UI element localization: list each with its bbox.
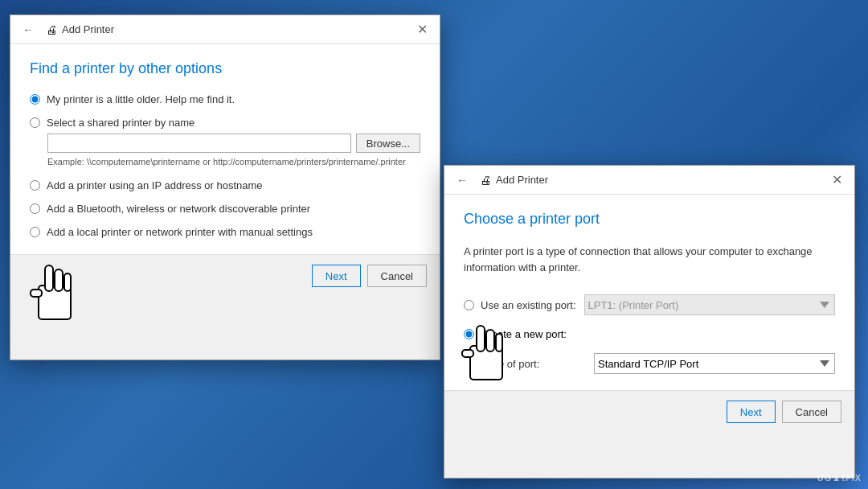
dialog1-titlebar: ← 🖨 Add Printer ✕ <box>10 15 440 44</box>
dialog1-footer: Next Cancel <box>10 254 440 297</box>
dialog1-body: Find a printer by other options My print… <box>10 44 440 254</box>
dialog1-cancel-button[interactable]: Cancel <box>367 265 427 287</box>
type-of-port-label: Type of port: <box>481 358 586 370</box>
shared-printer-input-row: Browse... <box>47 134 420 153</box>
radio-local-printer[interactable] <box>30 227 40 237</box>
radio-item-older-printer[interactable]: My printer is a little older. Help me fi… <box>30 93 420 105</box>
radio-shared-printer[interactable] <box>30 117 40 128</box>
use-existing-port-row: Use an existing port: LPT1: (Printer Por… <box>464 294 835 315</box>
radio-label-older-printer: My printer is a little older. Help me fi… <box>47 93 235 105</box>
radio-item-bluetooth[interactable]: Add a Bluetooth, wireless or network dis… <box>30 203 420 215</box>
dialog2-close-button[interactable]: ✕ <box>827 171 846 190</box>
radio-label-ip-address: Add a printer using an IP address or hos… <box>47 179 263 191</box>
dialog1-titlebar-left: ← 🖨 Add Printer <box>18 20 114 39</box>
type-of-port-dropdown[interactable]: Standard TCP/IP Port <box>594 353 835 374</box>
shared-printer-section: Browse... Example: \\computername\printe… <box>47 134 420 168</box>
dialog1-close-button[interactable]: ✕ <box>412 20 432 39</box>
dialog2-titlebar-left: ← 🖨 Add Printer <box>452 171 548 190</box>
dialog2-titlebar: ← 🖨 Add Printer ✕ <box>444 166 854 195</box>
dialog1-next-button[interactable]: Next <box>312 265 361 287</box>
radio-use-existing[interactable] <box>464 300 474 310</box>
watermark-text: UG▲tFIX <box>817 473 862 483</box>
radio-item-ip-address[interactable]: Add a printer using an IP address or hos… <box>30 179 420 191</box>
printer-icon-1: 🖨 <box>46 23 57 36</box>
radio-label-shared-printer: Select a shared printer by name <box>47 117 194 129</box>
dialog2-body: Choose a printer port A printer port is … <box>444 195 854 390</box>
radio-bluetooth[interactable] <box>30 203 40 214</box>
radio-create-new[interactable] <box>464 329 474 339</box>
printer-icon-2: 🖨 <box>480 174 491 187</box>
dialog1-title: Add Printer <box>62 23 114 35</box>
dialog2-cancel-button[interactable]: Cancel <box>782 401 841 423</box>
type-of-port-row: Type of port: Standard TCP/IP Port <box>481 353 835 374</box>
dialog2-description: A printer port is a type of connection t… <box>464 244 835 275</box>
dialog2-footer: Next Cancel <box>444 390 854 433</box>
create-new-port-row: Create a new port: <box>464 328 835 340</box>
use-existing-port-radio-label[interactable]: Use an existing port: <box>464 299 576 311</box>
radio-item-shared-container: Select a shared printer by name Browse..… <box>30 117 420 168</box>
browse-button[interactable]: Browse... <box>356 134 420 153</box>
radio-ip-address[interactable] <box>30 180 40 191</box>
radio-label-bluetooth: Add a Bluetooth, wireless or network dis… <box>47 203 310 215</box>
find-printer-dialog: ← 🖨 Add Printer ✕ Find a printer by othe… <box>10 14 440 360</box>
use-existing-label: Use an existing port: <box>481 299 576 311</box>
create-new-port-radio-label[interactable]: Create a new port: <box>464 328 567 340</box>
dialog2-next-button[interactable]: Next <box>727 401 776 423</box>
radio-label-local-printer: Add a local printer or network printer w… <box>47 226 313 238</box>
existing-port-dropdown[interactable]: LPT1: (Printer Port) <box>584 294 835 315</box>
radio-item-shared-printer[interactable]: Select a shared printer by name <box>30 117 420 129</box>
dialog1-heading: Find a printer by other options <box>30 60 420 77</box>
shared-printer-input[interactable] <box>47 134 351 153</box>
create-new-label: Create a new port: <box>481 328 567 340</box>
dialog1-back-button[interactable]: ← <box>18 20 38 39</box>
radio-group: My printer is a little older. Help me fi… <box>30 93 420 238</box>
dialog2-back-button[interactable]: ← <box>452 171 472 190</box>
dialog2-title: Add Printer <box>496 174 548 186</box>
example-text: Example: \\computername\printername or h… <box>47 156 420 168</box>
radio-item-local-printer[interactable]: Add a local printer or network printer w… <box>30 226 420 238</box>
dialog2-heading: Choose a printer port <box>464 211 835 228</box>
choose-port-dialog: ← 🖨 Add Printer ✕ Choose a printer port … <box>444 165 855 479</box>
radio-older-printer[interactable] <box>30 94 40 105</box>
